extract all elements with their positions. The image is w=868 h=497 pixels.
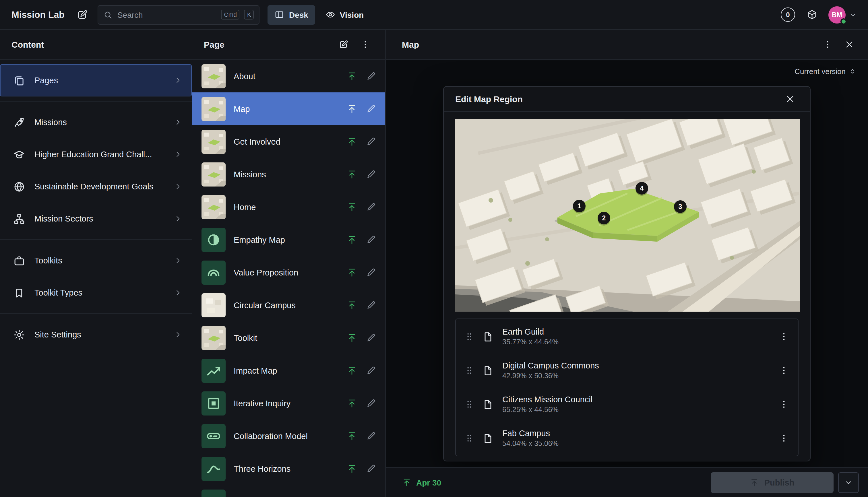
sidebar-item-toolkits[interactable]: Toolkits	[0, 244, 192, 276]
close-document-button[interactable]	[840, 36, 858, 53]
document-icon	[482, 399, 494, 410]
tab-vision[interactable]: Vision	[319, 5, 371, 24]
search-box[interactable]: Cmd K	[98, 5, 260, 24]
page-list-item-circular-campus[interactable]: Circular Campus	[192, 289, 385, 322]
edit-icon[interactable]	[366, 137, 376, 146]
notifications-badge[interactable]: 0	[781, 8, 795, 22]
publish-icon[interactable]	[347, 136, 357, 147]
map-marker-2[interactable]: 2	[598, 212, 610, 226]
region-menu-button[interactable]	[775, 429, 792, 447]
new-page-button[interactable]	[335, 36, 352, 53]
publish-icon[interactable]	[347, 398, 357, 408]
page-list-menu-button[interactable]	[356, 36, 374, 53]
edit-icon[interactable]	[366, 398, 376, 408]
page-list-item-iterative-inquiry[interactable]: Iterative Inquiry	[192, 387, 385, 420]
map-marker-4[interactable]: 4	[635, 182, 648, 196]
search-input[interactable]	[117, 10, 217, 19]
publish-icon[interactable]	[347, 267, 357, 278]
compose-button[interactable]	[74, 6, 91, 23]
edit-icon[interactable]	[366, 169, 376, 179]
workspace-tabs: Desk Vision	[268, 5, 370, 24]
edit-icon[interactable]	[366, 366, 376, 375]
divider	[0, 313, 192, 314]
publish-up-icon	[750, 478, 759, 487]
region-menu-button[interactable]	[775, 362, 792, 379]
svg-text:2: 2	[602, 214, 606, 222]
sidebar-item-toolkit-types[interactable]: Toolkit Types	[0, 276, 192, 309]
page-list-item-impact-map[interactable]: Impact Map	[192, 354, 385, 387]
region-list: Earth Guild 35.77% x 44.64% Digital Camp…	[455, 318, 799, 456]
page-list-item-toolkit[interactable]: Toolkit	[192, 322, 385, 354]
region-row-digital-campus-commons[interactable]: Digital Campus Commons 42.99% x 50.36%	[456, 354, 798, 387]
sidebar-item-missions[interactable]: Missions	[0, 106, 192, 138]
page-list-item-three-horizons[interactable]: Three Horizons	[192, 452, 385, 485]
page-list-item-missions[interactable]: Missions	[192, 158, 385, 190]
drag-handle-icon[interactable]	[465, 332, 474, 341]
page-list-item-collaboration-model[interactable]: Collaboration Model	[192, 420, 385, 452]
publish-icon[interactable]	[347, 365, 357, 375]
package-button[interactable]	[803, 6, 820, 23]
publish-icon[interactable]	[347, 103, 357, 114]
publish-icon[interactable]	[347, 431, 357, 441]
page-list-item-get-involved[interactable]: Get Involved	[192, 125, 385, 158]
page-list-item-empathy-map[interactable]: Empathy Map	[192, 223, 385, 256]
publish-icon[interactable]	[347, 169, 357, 179]
region-menu-button[interactable]	[775, 396, 792, 413]
publish-button[interactable]: Publish	[711, 472, 834, 493]
map-marker-1[interactable]: 1	[573, 200, 586, 213]
edit-icon[interactable]	[366, 267, 376, 277]
page-list-item-map[interactable]: Map	[192, 93, 385, 125]
sidebar-item-sustainable-development-goals[interactable]: Sustainable Development Goals	[0, 170, 192, 202]
version-selector[interactable]: Current version	[386, 60, 868, 83]
region-row-earth-guild[interactable]: Earth Guild 35.77% x 44.64%	[456, 320, 798, 354]
page-list-item-home[interactable]: Home	[192, 190, 385, 223]
page-title: Get Involved	[234, 137, 339, 146]
edit-icon[interactable]	[366, 431, 376, 441]
page-title: Circular Campus	[234, 300, 339, 310]
edit-icon[interactable]	[366, 300, 376, 310]
publish-icon[interactable]	[347, 464, 357, 474]
map-preview-image[interactable]: 1234	[455, 119, 800, 312]
sidebar-item-label: Pages	[34, 76, 165, 85]
sidebar-item-higher-education-grand-chall[interactable]: Higher Education Grand Chall...	[0, 138, 192, 170]
page-title: Empathy Map	[234, 235, 339, 244]
page-list-item-theory-of-change[interactable]: Theory of Change	[192, 485, 385, 497]
edit-icon[interactable]	[366, 333, 376, 343]
publish-icon[interactable]	[347, 202, 357, 212]
page-list-item-value-proposition[interactable]: Value Proposition	[192, 256, 385, 289]
drag-handle-icon[interactable]	[465, 434, 474, 442]
publish-icon[interactable]	[347, 235, 357, 245]
dialog-close-button[interactable]	[781, 90, 799, 108]
map-marker-3[interactable]: 3	[674, 200, 687, 214]
publish-icon[interactable]	[347, 332, 357, 343]
drag-handle-icon[interactable]	[465, 366, 474, 375]
publish-icon[interactable]	[347, 71, 357, 81]
sidebar-item-pages[interactable]: Pages	[0, 64, 192, 96]
region-name: Fab Campus	[502, 429, 766, 438]
page-title: Missions	[234, 170, 339, 179]
edit-icon[interactable]	[366, 202, 376, 212]
avatar[interactable]: BM	[828, 6, 845, 23]
publish-options-button[interactable]	[838, 472, 859, 493]
document-menu-button[interactable]	[818, 36, 836, 53]
publish-status[interactable]: Apr 30	[402, 478, 441, 487]
page-list-item-about[interactable]: About	[192, 60, 385, 93]
tab-desk[interactable]: Desk	[268, 5, 315, 24]
edit-icon[interactable]	[366, 104, 376, 114]
version-label: Current version	[795, 67, 845, 75]
region-row-fab-campus[interactable]: Fab Campus 54.04% x 35.06%	[456, 421, 798, 455]
region-menu-button[interactable]	[775, 328, 792, 345]
avatar-initials: BM	[832, 11, 842, 18]
user-menu[interactable]: BM	[828, 6, 856, 23]
sidebar-item-site-settings[interactable]: Site Settings	[0, 318, 192, 351]
chevron-down-icon	[850, 11, 856, 18]
region-row-citizens-mission-council[interactable]: Citizens Mission Council 65.25% x 44.56%	[456, 387, 798, 421]
publish-icon[interactable]	[347, 300, 357, 310]
edit-icon[interactable]	[366, 464, 376, 473]
drag-handle-icon[interactable]	[465, 400, 474, 409]
edit-icon[interactable]	[366, 235, 376, 244]
sidebar-header: Content	[0, 30, 192, 60]
edit-icon[interactable]	[366, 71, 376, 81]
chevron-down-icon	[844, 478, 853, 486]
sidebar-item-mission-sectors[interactable]: Mission Sectors	[0, 202, 192, 235]
